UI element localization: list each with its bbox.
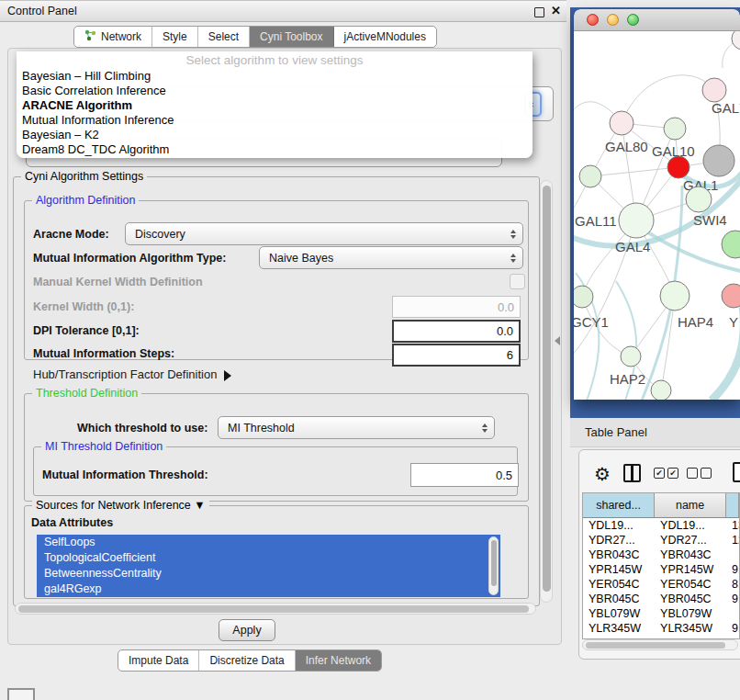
table-row[interactable]: YBR045CYBR045C9. bbox=[583, 592, 739, 606]
tab-jactivemnodules[interactable]: jActiveMNodules bbox=[334, 27, 436, 47]
table-horizontal-scrollbar[interactable] bbox=[582, 639, 738, 650]
manual-kernel-label: Manual Kernel Width Definition bbox=[33, 276, 203, 288]
node-table[interactable]: shared...name YDL19...YDL19...13YDR27...… bbox=[582, 492, 740, 639]
mi-threshold-field[interactable]: 0.5 bbox=[410, 463, 519, 487]
network-node-hap2[interactable] bbox=[621, 346, 641, 367]
table-row[interactable]: YER054CYER054C8. bbox=[583, 577, 739, 592]
network-node[interactable] bbox=[651, 380, 671, 400]
network-node-gal10[interactable] bbox=[664, 118, 686, 140]
column-header-shared[interactable]: shared... bbox=[583, 493, 655, 517]
network-node[interactable] bbox=[732, 31, 740, 50]
network-window-titlebar[interactable] bbox=[574, 9, 740, 31]
hub-definition-expander[interactable]: Hub/Transcription Factor Definition bbox=[33, 367, 231, 381]
network-node-y[interactable] bbox=[722, 284, 740, 308]
tab-discretize-data[interactable]: Discretize Data bbox=[199, 650, 295, 671]
dropdown-item-bayesian-k2[interactable]: Bayesian – K2 bbox=[17, 128, 533, 142]
table-row[interactable]: YDR27...YDR27...12 bbox=[583, 533, 739, 548]
checked-checkbox-icon-1[interactable]: ✔ bbox=[654, 468, 665, 479]
table-row[interactable]: YPR145WYPR145W9. bbox=[583, 562, 739, 577]
table-cell: 8. bbox=[726, 578, 739, 591]
attribute-item-topologicalcoefficient[interactable]: TopologicalCoefficient bbox=[37, 550, 500, 566]
table-cell: YBR045C bbox=[655, 593, 726, 605]
network-canvas[interactable]: GAL7GAL80GAL10GAL1GAL11SWI4GAL4GCY1HAP4Y… bbox=[574, 31, 740, 400]
node-table-rows: YDL19...YDL19...13YDR27...YDR27...12YBR0… bbox=[583, 518, 739, 639]
close-icon[interactable]: ✕ bbox=[551, 4, 561, 17]
minimize-traffic-light-icon[interactable] bbox=[607, 14, 619, 26]
checked-checkbox-icon-2[interactable]: ✔ bbox=[667, 468, 678, 479]
attribute-item-betweennesscentrality[interactable]: BetweennessCentrality bbox=[37, 566, 500, 581]
tab-impute-data[interactable]: Impute Data bbox=[118, 650, 199, 671]
split-columns-icon[interactable] bbox=[623, 464, 641, 482]
network-node-gal11[interactable] bbox=[579, 165, 601, 187]
dropdown-item-bayesian-hill-climbing[interactable]: Bayesian – Hill Climbing bbox=[17, 69, 533, 84]
settings-vertical-scrollbar[interactable] bbox=[540, 180, 553, 603]
column-header-partial[interactable] bbox=[726, 493, 739, 517]
dropdown-item-basic-correlation-inference[interactable]: Basic Correlation Inference bbox=[17, 84, 533, 98]
table-row[interactable]: YDL19...YDL19...13 bbox=[583, 518, 739, 533]
network-node-gal80[interactable] bbox=[610, 111, 633, 135]
dpi-tolerance-label: DPI Tolerance [0,1]: bbox=[33, 324, 140, 337]
attribute-item-gal4rgexp[interactable]: gal4RGexp bbox=[37, 581, 500, 597]
table-row[interactable]: YLR345WYLR345W9. bbox=[583, 621, 739, 636]
algorithm-dropdown-placeholder: Select algorithm to view settings bbox=[17, 52, 533, 69]
table-cell: YLR345W bbox=[583, 622, 655, 635]
node-label-gal10: GAL10 bbox=[652, 143, 695, 159]
column-header-name[interactable]: name bbox=[655, 493, 726, 517]
mi-steps-field[interactable]: 6 bbox=[392, 344, 521, 367]
apply-button[interactable]: Apply bbox=[219, 619, 275, 641]
gear-icon[interactable]: ⚙ bbox=[594, 465, 611, 483]
table-cell: YBR045C bbox=[583, 593, 655, 605]
attributes-list-scrollbar[interactable] bbox=[488, 536, 499, 595]
aracne-mode-combo[interactable]: Discovery bbox=[125, 222, 523, 245]
panel-divider-collapse-icon[interactable] bbox=[555, 336, 560, 345]
network-node-gal1[interactable] bbox=[667, 156, 690, 178]
mi-type-combo[interactable]: Naive Bayes bbox=[259, 246, 523, 269]
table-row[interactable]: YBR043CYBR043C bbox=[583, 548, 739, 562]
which-threshold-combo[interactable]: MI Threshold bbox=[218, 416, 495, 439]
network-node-swi4[interactable] bbox=[686, 186, 712, 212]
manual-kernel-checkbox[interactable] bbox=[510, 274, 525, 289]
tab-infer-network[interactable]: Infer Network bbox=[296, 650, 381, 671]
tab-label: Select bbox=[208, 30, 239, 43]
which-threshold-label: Which threshold to use: bbox=[77, 422, 207, 435]
new-table-icon[interactable] bbox=[733, 462, 740, 482]
dropdown-item-aracne-algorithm[interactable]: ARACNE Algorithm bbox=[17, 98, 533, 113]
network-node[interactable] bbox=[703, 145, 734, 176]
collapsed-panel-icon[interactable] bbox=[7, 688, 35, 700]
unchecked-checkbox-icon-1[interactable] bbox=[687, 468, 698, 479]
network-edge[interactable] bbox=[590, 167, 678, 176]
network-node-gal4[interactable] bbox=[619, 203, 654, 238]
tab-select[interactable]: Select bbox=[198, 27, 250, 47]
dropdown-item-dream8-dc-tdc-algorithm[interactable]: Dream8 DC_TDC Algorithm bbox=[17, 142, 533, 157]
node-label-hap2: HAP2 bbox=[610, 371, 645, 387]
network-window[interactable]: GAL7GAL80GAL10GAL1GAL11SWI4GAL4GCY1HAP4Y… bbox=[574, 9, 740, 400]
network-edge[interactable] bbox=[622, 75, 714, 123]
network-node[interactable] bbox=[722, 231, 740, 258]
which-threshold-value: MI Threshold bbox=[228, 422, 295, 435]
table-cell: YDL19... bbox=[583, 519, 655, 532]
unchecked-checkbox-icon-2[interactable] bbox=[701, 468, 712, 479]
dropdown-item-mutual-information-inference[interactable]: Mutual Information Inference bbox=[17, 113, 533, 128]
attribute-item-selfloops[interactable]: SelfLoops bbox=[37, 535, 500, 550]
tab-style[interactable]: Style bbox=[152, 27, 198, 47]
network-node-hap4[interactable] bbox=[660, 281, 690, 310]
collapse-down-icon[interactable]: ▼ bbox=[194, 499, 205, 512]
settings-horizontal-scrollbar[interactable] bbox=[15, 603, 536, 615]
tab-network[interactable]: Network bbox=[74, 27, 152, 47]
control-panel-title: Control Panel bbox=[7, 5, 77, 17]
tab-label: Network bbox=[101, 30, 141, 43]
mi-threshold-label: Mutual Information Threshold: bbox=[42, 469, 208, 481]
network-node-gal7[interactable] bbox=[702, 78, 726, 102]
network-node-gcy1[interactable] bbox=[574, 286, 593, 308]
zoom-traffic-light-icon[interactable] bbox=[627, 14, 639, 26]
kernel-width-field[interactable]: 0.0 bbox=[392, 296, 521, 318]
expand-right-icon[interactable] bbox=[224, 370, 231, 381]
node-label-gcy1: GCY1 bbox=[574, 314, 609, 330]
dpi-tolerance-field[interactable]: 0.0 bbox=[392, 320, 521, 343]
kernel-width-value: 0.0 bbox=[498, 300, 514, 314]
tab-cyni-toolbox[interactable]: Cyni Toolbox bbox=[250, 27, 333, 47]
table-cell: YER054C bbox=[583, 578, 655, 591]
table-row[interactable]: YBL079WYBL079W bbox=[583, 606, 739, 621]
float-window-icon[interactable] bbox=[534, 7, 544, 17]
close-traffic-light-icon[interactable] bbox=[587, 14, 599, 26]
